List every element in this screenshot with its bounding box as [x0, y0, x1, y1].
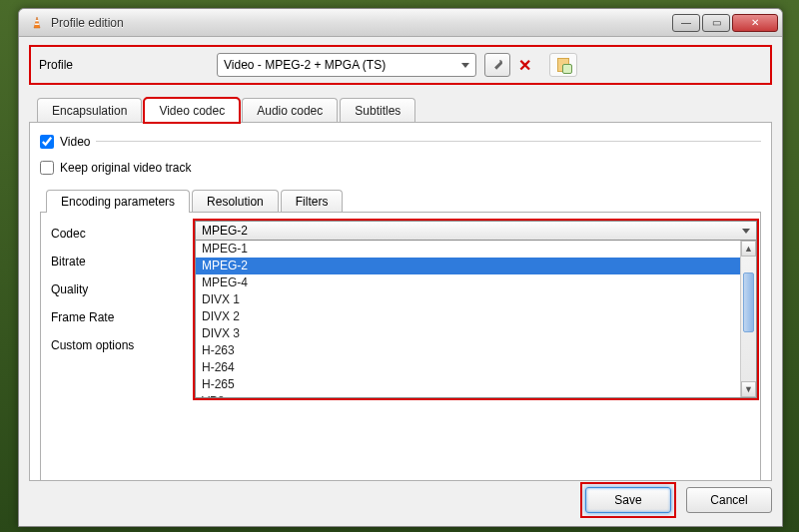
- save-highlight: Save: [580, 482, 676, 518]
- codec-option[interactable]: DIVX 2: [196, 308, 756, 325]
- minimize-button[interactable]: —: [672, 14, 700, 32]
- codec-selected-text: MPEG-2: [202, 224, 248, 238]
- video-check-label: Video: [60, 135, 90, 149]
- codec-select[interactable]: MPEG-2: [195, 221, 757, 241]
- save-button[interactable]: Save: [585, 487, 671, 513]
- tab-video-codec[interactable]: Video codec: [144, 98, 240, 123]
- codec-option[interactable]: MPEG-4: [196, 274, 756, 291]
- codec-option[interactable]: H-264: [196, 359, 756, 376]
- scroll-down-button[interactable]: ▼: [741, 381, 756, 397]
- dialog-buttons: Save Cancel: [29, 482, 772, 518]
- profile-selected-text: Video - MPEG-2 + MPGA (TS): [224, 58, 386, 72]
- delete-profile-button[interactable]: ✕: [518, 56, 531, 75]
- client-area: Profile Video - MPEG-2 + MPGA (TS) ✕ Enc…: [19, 37, 782, 526]
- codec-option[interactable]: H-265: [196, 376, 756, 393]
- codec-options-list: MPEG-1MPEG-2MPEG-4DIVX 1DIVX 2DIVX 3H-26…: [195, 241, 757, 398]
- tab-subtitles[interactable]: Subtitles: [340, 98, 415, 123]
- codec-dropdown-open: MPEG-2 MPEG-1MPEG-2MPEG-4DIVX 1DIVX 2DIV…: [193, 219, 759, 400]
- svg-rect-2: [35, 23, 40, 24]
- subtab-encoding[interactable]: Encoding parameters: [46, 190, 190, 213]
- new-profile-button[interactable]: [549, 53, 577, 77]
- vlc-icon: [29, 15, 45, 31]
- tab-audio-codec[interactable]: Audio codec: [242, 98, 338, 123]
- subtab-filters[interactable]: Filters: [281, 190, 344, 213]
- tab-encapsulation[interactable]: Encapsulation: [37, 98, 142, 123]
- chevron-down-icon: [461, 63, 469, 68]
- edit-profile-button[interactable]: [484, 53, 510, 77]
- codec-option[interactable]: DIVX 1: [196, 291, 756, 308]
- titlebar[interactable]: Profile edition — ▭ ✕: [19, 9, 782, 37]
- codec-option[interactable]: VP8: [196, 393, 756, 398]
- cancel-button[interactable]: Cancel: [686, 487, 772, 513]
- close-button[interactable]: ✕: [732, 14, 778, 32]
- codec-tabs: Encapsulation Video codec Audio codec Su…: [29, 97, 772, 122]
- scroll-thumb[interactable]: [743, 272, 754, 332]
- profile-edition-window: Profile edition — ▭ ✕ Profile Video - MP…: [18, 8, 783, 527]
- profile-label: Profile: [39, 58, 209, 72]
- profile-select[interactable]: Video - MPEG-2 + MPGA (TS): [217, 53, 476, 77]
- codec-option[interactable]: DIVX 3: [196, 325, 756, 342]
- svg-marker-0: [34, 17, 40, 28]
- scroll-up-button[interactable]: ▲: [741, 241, 756, 257]
- codec-option[interactable]: H-263: [196, 342, 756, 359]
- codec-option[interactable]: MPEG-2: [196, 258, 756, 274]
- wrench-icon: [490, 58, 504, 72]
- scrollbar[interactable]: ▲ ▼: [740, 241, 756, 397]
- codec-option[interactable]: MPEG-1: [196, 241, 756, 258]
- video-codec-pane: Video Keep original video track Encoding…: [29, 122, 772, 481]
- profile-row: Profile Video - MPEG-2 + MPGA (TS) ✕: [29, 45, 772, 85]
- new-file-icon: [557, 58, 569, 72]
- keep-original-label: Keep original video track: [60, 161, 191, 175]
- window-title: Profile edition: [51, 16, 670, 30]
- fieldset-divider: [40, 141, 761, 142]
- chevron-down-icon: [742, 229, 750, 234]
- subtab-resolution[interactable]: Resolution: [192, 190, 279, 213]
- keep-original-checkbox[interactable]: [40, 161, 54, 175]
- encoding-pane: Codec Bitrate Quality Frame Rate Custom …: [40, 212, 761, 481]
- encoding-subtabs: Encoding parameters Resolution Filters: [40, 189, 761, 212]
- video-checkbox[interactable]: [40, 135, 54, 149]
- svg-rect-1: [35, 20, 38, 21]
- maximize-button[interactable]: ▭: [702, 14, 730, 32]
